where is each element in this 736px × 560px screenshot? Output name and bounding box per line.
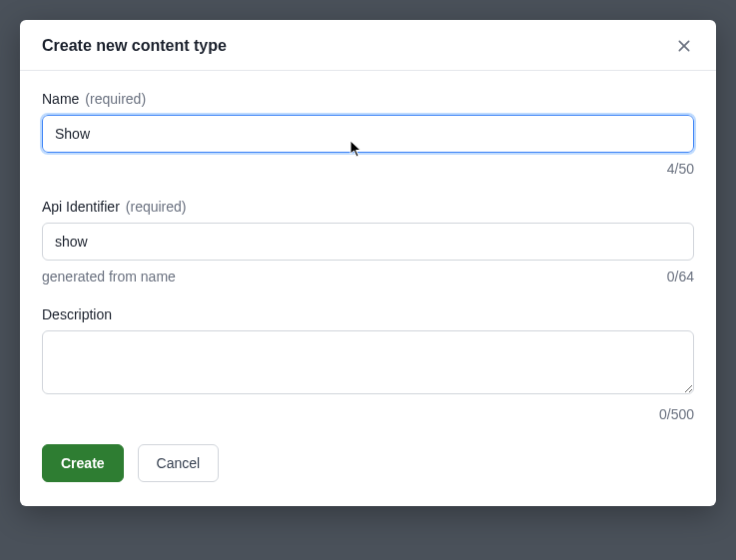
button-row: Create Cancel — [42, 444, 694, 482]
name-counter: 4/50 — [667, 161, 694, 177]
description-counter: 0/500 — [659, 406, 694, 422]
close-button[interactable] — [674, 36, 694, 56]
modal-body: Name (required) 4/50 Api Identifier (req… — [20, 71, 716, 482]
api-identifier-required-hint: (required) — [126, 199, 187, 215]
api-identifier-input[interactable] — [42, 223, 694, 261]
description-label: Description — [42, 306, 112, 322]
name-required-hint: (required) — [85, 91, 146, 107]
description-field-group: Description 0/500 — [42, 306, 694, 422]
cancel-button[interactable]: Cancel — [138, 444, 220, 482]
api-identifier-counter: 0/64 — [667, 269, 694, 284]
name-label: Name — [42, 91, 79, 107]
api-identifier-label: Api Identifier — [42, 199, 120, 215]
modal-title: Create new content type — [42, 37, 227, 55]
modal-header: Create new content type — [20, 20, 716, 71]
api-identifier-field-group: Api Identifier (required) generated from… — [42, 199, 694, 284]
name-input[interactable] — [42, 115, 694, 153]
name-field-group: Name (required) 4/50 — [42, 91, 694, 177]
create-button[interactable]: Create — [42, 444, 124, 482]
close-icon — [676, 38, 692, 54]
create-content-type-modal: Create new content type Name (required) … — [20, 20, 716, 506]
api-identifier-helper: generated from name — [42, 269, 176, 284]
description-input[interactable] — [42, 330, 694, 394]
